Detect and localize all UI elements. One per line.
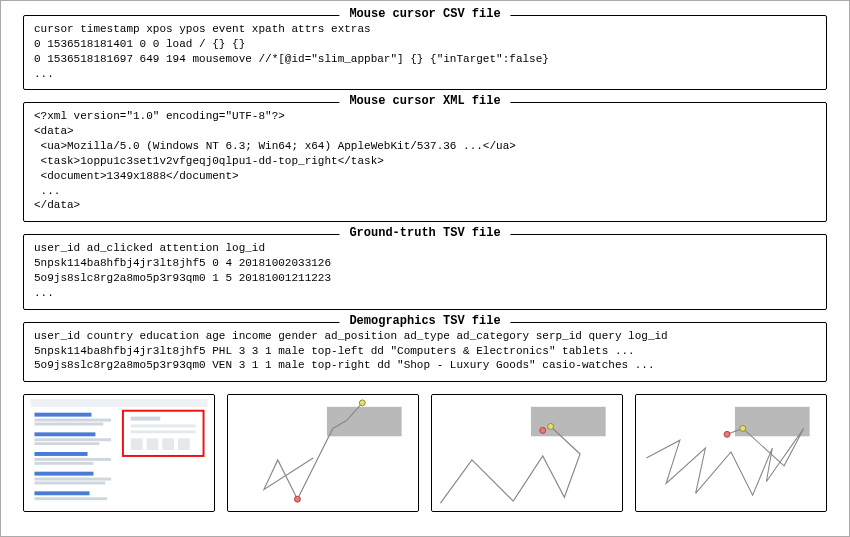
- thumbnails-row: [23, 394, 827, 512]
- svg-rect-8: [162, 438, 174, 450]
- svg-rect-3: [131, 417, 160, 421]
- cursor-trail-icon: [636, 395, 826, 511]
- demo-block-title: Demographics TSV file: [339, 314, 510, 328]
- thumbnail-trail-3: [635, 394, 827, 512]
- thumbnail-trail-2: [431, 394, 623, 512]
- svg-rect-1: [31, 399, 208, 407]
- svg-rect-14: [34, 438, 111, 441]
- svg-point-26: [359, 400, 365, 406]
- svg-rect-21: [34, 482, 105, 485]
- svg-rect-13: [34, 433, 95, 437]
- svg-rect-6: [131, 438, 143, 450]
- svg-rect-11: [34, 419, 111, 422]
- gt-block: Ground-truth TSV file user_id ad_clicked…: [23, 234, 827, 309]
- svg-rect-20: [34, 478, 111, 481]
- svg-rect-4: [131, 425, 196, 428]
- svg-rect-10: [34, 413, 91, 417]
- cursor-trail-icon: [228, 395, 418, 511]
- svg-point-31: [540, 428, 546, 434]
- serp-icon: [24, 395, 214, 511]
- svg-point-27: [294, 496, 300, 502]
- csv-block: Mouse cursor CSV file cursor timestamp x…: [23, 15, 827, 90]
- cursor-trail-icon: [432, 395, 622, 511]
- demo-block-content: user_id country education age income gen…: [34, 329, 816, 374]
- svg-point-35: [724, 432, 730, 438]
- xml-block: Mouse cursor XML file <?xml version="1.0…: [23, 102, 827, 222]
- xml-block-title: Mouse cursor XML file: [339, 94, 510, 108]
- csv-block-content: cursor timestamp xpos ypos event xpath a…: [34, 22, 816, 81]
- thumbnail-trail-1: [227, 394, 419, 512]
- svg-rect-16: [34, 452, 87, 456]
- svg-rect-22: [34, 492, 89, 496]
- svg-rect-15: [34, 442, 99, 445]
- gt-block-content: user_id ad_clicked attention log_id 5nps…: [34, 241, 816, 300]
- figure-page: Mouse cursor CSV file cursor timestamp x…: [0, 0, 850, 537]
- demo-block: Demographics TSV file user_id country ed…: [23, 322, 827, 383]
- svg-rect-23: [34, 497, 107, 500]
- svg-rect-25: [327, 407, 402, 436]
- svg-rect-17: [34, 458, 111, 461]
- svg-rect-18: [34, 462, 93, 465]
- svg-point-30: [548, 424, 554, 430]
- svg-rect-9: [178, 438, 190, 450]
- svg-point-34: [740, 426, 746, 432]
- svg-rect-7: [147, 438, 159, 450]
- xml-block-content: <?xml version="1.0" encoding="UTF-8"?> <…: [34, 109, 816, 213]
- svg-rect-19: [34, 472, 93, 476]
- csv-block-title: Mouse cursor CSV file: [339, 7, 510, 21]
- svg-rect-12: [34, 423, 103, 426]
- thumbnail-serp: [23, 394, 215, 512]
- gt-block-title: Ground-truth TSV file: [339, 226, 510, 240]
- svg-rect-5: [131, 431, 196, 434]
